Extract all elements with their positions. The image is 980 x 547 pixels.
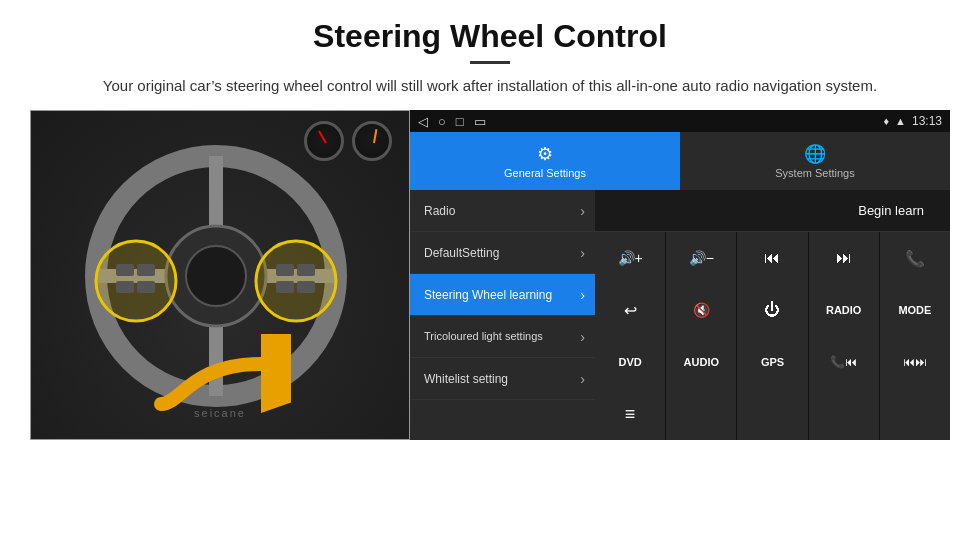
status-bar: ◁ ○ □ ▭ ♦ ▲ 13:13: [410, 110, 950, 132]
phone-next-icon: ⏮⏭: [903, 355, 927, 369]
back-nav-icon[interactable]: ◁: [418, 114, 428, 129]
audio-btn[interactable]: AUDIO: [666, 336, 736, 388]
menu-steering-chevron: ›: [580, 287, 585, 303]
menu-icon: ≡: [625, 404, 636, 425]
dvd-label: DVD: [618, 356, 641, 368]
empty-btn-4: [809, 388, 879, 440]
status-bar-right: ♦ ▲ 13:13: [883, 114, 942, 128]
svg-rect-16: [297, 281, 315, 293]
prev-btn[interactable]: ⏮: [737, 232, 807, 284]
mute-icon: 🔇: [693, 302, 710, 318]
tab-general-settings[interactable]: ⚙ General Settings: [410, 132, 680, 190]
page-container: Steering Wheel Control Your original car…: [0, 0, 980, 450]
title-section: Steering Wheel Control Your original car…: [30, 18, 950, 98]
tab-system-settings[interactable]: 🌐 System Settings: [680, 132, 950, 190]
mute-btn[interactable]: 🔇: [666, 284, 736, 336]
svg-rect-10: [137, 264, 155, 276]
empty-btn-5: [880, 388, 950, 440]
control-grid-row4: ≡: [595, 388, 950, 440]
call-icon: 📞: [905, 249, 925, 268]
svg-rect-11: [116, 281, 134, 293]
location-icon: ♦: [883, 115, 889, 127]
menu-item-steering-label: Steering Wheel learning: [424, 288, 580, 302]
phone-next-btn[interactable]: ⏮⏭: [880, 336, 950, 388]
right-panel: Begin learn 🔊+ 🔊− ⏮: [595, 190, 950, 440]
title-divider: [470, 61, 510, 64]
system-settings-icon: 🌐: [804, 143, 826, 165]
menu-item-default-setting[interactable]: DefaultSetting ›: [410, 232, 595, 274]
car-image-bg: seicane: [31, 111, 409, 439]
menu-icon-btn[interactable]: ≡: [595, 388, 665, 440]
gauge-right-needle: [373, 129, 377, 143]
vol-up-icon: 🔊+: [618, 250, 643, 266]
phone-prev-icon: 📞⏮: [830, 355, 857, 369]
mode-label: MODE: [898, 304, 931, 316]
back-icon: ↩: [624, 301, 637, 320]
vol-down-icon: 🔊−: [689, 250, 714, 266]
menu-item-tricoloured-label: Tricoloured light settings: [424, 329, 580, 343]
svg-point-7: [96, 241, 176, 321]
menu-item-tricoloured[interactable]: Tricoloured light settings ›: [410, 316, 595, 358]
watermark: seicane: [194, 407, 246, 419]
vol-down-btn[interactable]: 🔊−: [666, 232, 736, 284]
control-grid-row2: ↩ 🔇 ⏻ RADIO MODE: [595, 284, 950, 336]
car-image-section: seicane: [30, 110, 410, 440]
menu-tricoloured-chevron: ›: [580, 329, 585, 345]
menu-default-chevron: ›: [580, 245, 585, 261]
call-btn[interactable]: 📞: [880, 232, 950, 284]
left-menu: Radio › DefaultSetting › Steering Wheel …: [410, 190, 595, 440]
prev-icon: ⏮: [764, 249, 780, 267]
svg-rect-12: [137, 281, 155, 293]
tab-bar: ⚙ General Settings 🌐 System Settings: [410, 132, 950, 190]
status-bar-left: ◁ ○ □ ▭: [418, 114, 486, 129]
menu-item-default-label: DefaultSetting: [424, 246, 580, 260]
tab-system-label: System Settings: [775, 167, 854, 179]
svg-rect-14: [297, 264, 315, 276]
svg-point-6: [186, 246, 246, 306]
next-btn[interactable]: ⏭: [809, 232, 879, 284]
mode-btn[interactable]: MODE: [880, 284, 950, 336]
begin-learn-button[interactable]: Begin learn: [842, 197, 940, 224]
audio-label: AUDIO: [684, 356, 719, 368]
vol-up-btn[interactable]: 🔊+: [595, 232, 665, 284]
general-settings-icon: ⚙: [537, 143, 553, 165]
phone-prev-btn[interactable]: 📞⏮: [809, 336, 879, 388]
menu-whitelist-chevron: ›: [580, 371, 585, 387]
svg-rect-13: [276, 264, 294, 276]
svg-rect-9: [116, 264, 134, 276]
tab-general-label: General Settings: [504, 167, 586, 179]
radio-label: RADIO: [826, 304, 861, 316]
recents-nav-icon[interactable]: □: [456, 114, 464, 129]
screenshot-icon[interactable]: ▭: [474, 114, 486, 129]
home-nav-icon[interactable]: ○: [438, 114, 446, 129]
menu-item-whitelist[interactable]: Whitelist setting ›: [410, 358, 595, 400]
content-row: seicane ◁ ○ □ ▭ ♦ ▲ 13:13: [30, 110, 950, 440]
menu-item-radio[interactable]: Radio ›: [410, 190, 595, 232]
page-subtitle: Your original car’s steering wheel contr…: [30, 74, 950, 98]
dvd-btn[interactable]: DVD: [595, 336, 665, 388]
empty-btn-2: [666, 388, 736, 440]
menu-item-steering-wheel[interactable]: Steering Wheel learning ›: [410, 274, 595, 316]
control-grid-row3: DVD AUDIO GPS 📞⏮ ⏮⏭: [595, 336, 950, 388]
next-icon: ⏭: [836, 249, 852, 267]
svg-rect-15: [276, 281, 294, 293]
gps-label: GPS: [761, 356, 784, 368]
menu-item-radio-label: Radio: [424, 204, 580, 218]
power-btn[interactable]: ⏻: [737, 284, 807, 336]
menu-radio-chevron: ›: [580, 203, 585, 219]
control-grid-row1: 🔊+ 🔊− ⏮ ⏭ 📞: [595, 232, 950, 284]
radio-btn[interactable]: RADIO: [809, 284, 879, 336]
status-time: 13:13: [912, 114, 942, 128]
page-title: Steering Wheel Control: [30, 18, 950, 55]
signal-icon: ▲: [895, 115, 906, 127]
gps-btn[interactable]: GPS: [737, 336, 807, 388]
begin-learn-row: Begin learn: [595, 190, 950, 232]
back-btn[interactable]: ↩: [595, 284, 665, 336]
android-panel: ◁ ○ □ ▭ ♦ ▲ 13:13 ⚙ General Settings: [410, 110, 950, 440]
main-content: Radio › DefaultSetting › Steering Wheel …: [410, 190, 950, 440]
svg-point-8: [256, 241, 336, 321]
power-icon: ⏻: [764, 301, 780, 319]
empty-btn-3: [737, 388, 807, 440]
menu-item-whitelist-label: Whitelist setting: [424, 372, 580, 386]
